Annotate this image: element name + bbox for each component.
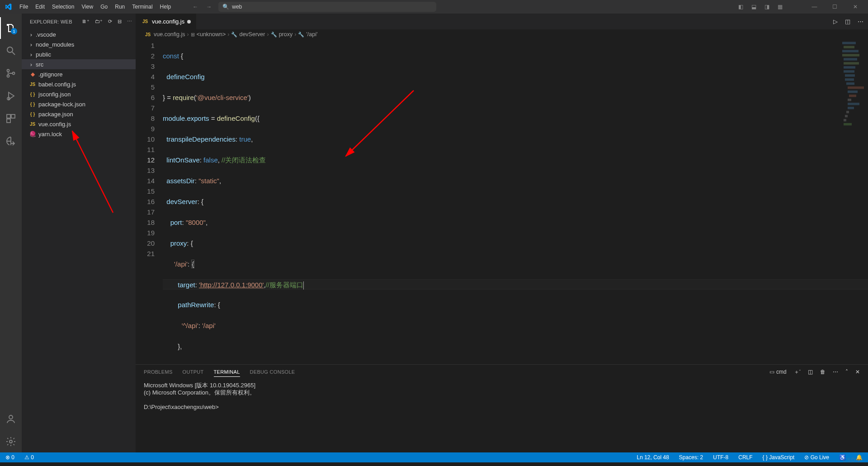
file-yarn-lock[interactable]: 🧶yarn.lock <box>22 129 136 139</box>
activity-extensions[interactable] <box>0 108 22 129</box>
svg-rect-25 <box>848 99 851 101</box>
status-cursor-pos[interactable]: Ln 12, Col 48 <box>635 454 670 461</box>
folder-public[interactable]: ›public <box>22 49 136 59</box>
menu-go[interactable]: Go <box>97 1 111 13</box>
menu-edit[interactable]: Edit <box>32 1 48 13</box>
more-icon[interactable]: ⋯ <box>858 18 863 25</box>
menu-view[interactable]: View <box>78 1 97 13</box>
kill-terminal-icon[interactable]: 🗑 <box>820 369 826 375</box>
layout-panel-icon[interactable]: ⬓ <box>751 4 756 10</box>
svg-rect-18 <box>844 70 854 72</box>
panel-tab-terminal[interactable]: TERMINAL <box>214 367 240 377</box>
status-golive[interactable]: ⊘ Go Live <box>802 454 831 461</box>
activity-debug[interactable] <box>0 85 22 107</box>
nav-back-icon[interactable]: ← <box>193 4 198 10</box>
panel-tab-problems[interactable]: PROBLEMS <box>144 367 173 376</box>
explorer-badge: 1 <box>11 28 17 34</box>
file-jsconfig[interactable]: { }jsconfig.json <box>22 89 136 99</box>
menu-run[interactable]: Run <box>111 1 128 13</box>
run-icon[interactable]: ▷ <box>833 18 838 25</box>
svg-point-9 <box>9 415 13 419</box>
minimap[interactable] <box>841 39 868 364</box>
activity-remote[interactable] <box>0 130 22 152</box>
json-icon: { } <box>28 112 37 117</box>
activity-explorer[interactable]: 1 <box>0 17 22 39</box>
terminal-output[interactable]: Microsoft Windows [版本 10.0.19045.2965] (… <box>136 379 868 452</box>
svg-rect-29 <box>845 115 848 117</box>
close-panel-icon[interactable]: ✕ <box>855 369 860 375</box>
panel-tab-debug-console[interactable]: DEBUG CONSOLE <box>250 367 295 376</box>
breadcrumbs[interactable]: JS vue.config.js› ⊞<unknown>› 🔧devServer… <box>136 29 868 39</box>
line-gutter: 123456789101112131415161718192021 <box>136 39 163 364</box>
status-language[interactable]: { } JavaScript <box>761 454 797 461</box>
panel-tab-output[interactable]: OUTPUT <box>183 367 204 376</box>
editor-tabs: JS vue.config.js ▷ ◫ ⋯ <box>136 14 868 29</box>
tab-label: vue.config.js <box>152 18 184 25</box>
layout-sidebar-left-icon[interactable]: ◧ <box>738 4 743 10</box>
window-minimize-icon[interactable]: — <box>804 0 825 14</box>
status-eol[interactable]: CRLF <box>736 454 754 461</box>
layout-customize-icon[interactable]: ▦ <box>778 4 783 10</box>
folder-src[interactable]: ›src <box>22 59 136 69</box>
file-gitignore[interactable]: ◆.gitignore <box>22 69 136 79</box>
menu-file[interactable]: File <box>16 1 32 13</box>
svg-rect-19 <box>845 74 855 76</box>
js-icon: JS <box>28 122 37 127</box>
new-file-icon[interactable]: 🗎⁺ <box>82 19 90 24</box>
split-terminal-icon[interactable]: ◫ <box>808 369 813 375</box>
file-vue-config[interactable]: JSvue.config.js <box>22 119 136 129</box>
split-editor-icon[interactable]: ◫ <box>845 18 850 25</box>
status-indent[interactable]: Spaces: 2 <box>677 454 705 461</box>
file-package-lock[interactable]: { }package-lock.json <box>22 99 136 109</box>
activity-search[interactable] <box>0 40 22 62</box>
command-center[interactable]: 🔍 web <box>218 2 436 12</box>
window-close-icon[interactable]: ✕ <box>845 0 865 14</box>
activity-scm[interactable] <box>0 62 22 84</box>
svg-rect-22 <box>848 86 864 89</box>
maximize-panel-icon[interactable]: ˄ <box>845 369 848 375</box>
file-babel-config[interactable]: JSbabel.config.js <box>22 79 136 89</box>
refresh-icon[interactable]: ⟳ <box>108 19 112 24</box>
tab-vue-config[interactable]: JS vue.config.js <box>136 14 197 29</box>
menu-bar: File Edit Selection View Go Run Terminal… <box>16 1 175 13</box>
menu-help[interactable]: Help <box>156 1 175 13</box>
code-content[interactable]: const { defineConfig } = require('@vue/c… <box>163 39 868 364</box>
svg-rect-7 <box>11 114 15 118</box>
svg-point-2 <box>7 70 9 72</box>
method-icon: 🔧 <box>298 32 304 38</box>
terminal-profile[interactable]: ▭cmd <box>769 369 787 375</box>
activity-account[interactable] <box>0 408 22 430</box>
vscode-logo-icon <box>0 3 16 10</box>
json-icon: { } <box>28 102 37 107</box>
layout-sidebar-right-icon[interactable]: ◨ <box>764 4 769 10</box>
new-folder-icon[interactable]: 🗀⁺ <box>95 19 103 24</box>
svg-rect-27 <box>848 107 854 109</box>
new-terminal-icon[interactable]: ＋ˇ <box>794 368 801 376</box>
nav-forward-icon[interactable]: → <box>206 4 212 10</box>
svg-rect-15 <box>844 58 857 60</box>
chevron-right-icon: › <box>28 51 34 58</box>
js-icon: JS <box>144 32 152 37</box>
chevron-right-icon: › <box>28 41 34 48</box>
status-errors[interactable]: ⊗ 0 <box>4 454 16 461</box>
folder-node-modules[interactable]: ›node_modules <box>22 39 136 49</box>
menu-terminal[interactable]: Terminal <box>128 1 156 13</box>
status-encoding[interactable]: UTF-8 <box>711 454 730 461</box>
activity-settings[interactable] <box>0 431 22 452</box>
svg-line-1 <box>12 52 15 55</box>
svg-point-4 <box>13 72 15 75</box>
collapse-all-icon[interactable]: ⊟ <box>118 19 122 24</box>
svg-rect-12 <box>844 46 854 48</box>
menu-selection[interactable]: Selection <box>48 1 78 13</box>
js-icon: JS <box>28 82 37 87</box>
window-maximize-icon[interactable]: ☐ <box>825 0 845 14</box>
more-icon[interactable]: ⋯ <box>833 369 838 375</box>
status-warnings[interactable]: ⚠ 0 <box>23 454 36 461</box>
svg-rect-14 <box>842 54 859 56</box>
more-icon[interactable]: ⋯ <box>127 19 132 24</box>
file-package-json[interactable]: { }package.json <box>22 109 136 119</box>
folder-vscode[interactable]: ›.vscode <box>22 29 136 39</box>
code-editor[interactable]: 123456789101112131415161718192021 const … <box>136 39 868 364</box>
svg-rect-23 <box>848 90 858 93</box>
search-icon: 🔍 <box>222 4 229 10</box>
